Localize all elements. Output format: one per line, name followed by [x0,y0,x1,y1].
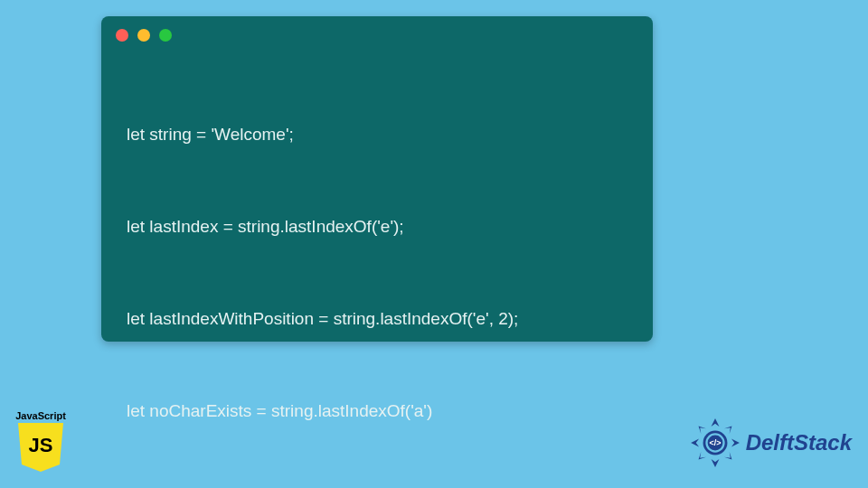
svg-marker-2 [711,459,719,467]
javascript-shield-text: JS [29,434,53,457]
code-block: let string = 'Welcome'; let lastIndex = … [127,58,635,327]
javascript-badge: JavaScript JS [13,410,69,472]
javascript-shield-icon: JS [18,423,63,472]
javascript-label: JavaScript [15,410,66,421]
code-line: let noCharExists = string.lastIndexOf('a… [127,396,635,427]
delftstack-text: DelftStack [746,430,852,455]
svg-marker-3 [691,439,699,447]
minimize-icon[interactable] [137,29,150,42]
code-line: let string = 'Welcome'; [127,119,635,150]
svg-marker-6 [698,452,705,459]
svg-marker-4 [724,427,731,434]
svg-marker-1 [731,439,740,447]
delftstack-badge-icon: </> [690,418,741,468]
code-line: let lastIndexWithPosition = string.lastI… [127,304,635,334]
code-window: let string = 'Welcome'; let lastIndex = … [101,16,653,342]
maximize-icon[interactable] [159,29,172,42]
window-controls [116,29,172,42]
code-line: let lastIndex = string.lastIndexOf('e'); [127,211,635,242]
svg-text:</>: </> [709,438,721,447]
svg-marker-5 [724,452,731,459]
close-icon[interactable] [116,29,128,42]
svg-marker-7 [698,427,705,434]
svg-marker-0 [711,418,719,427]
delftstack-logo: </> DelftStack [690,418,852,468]
